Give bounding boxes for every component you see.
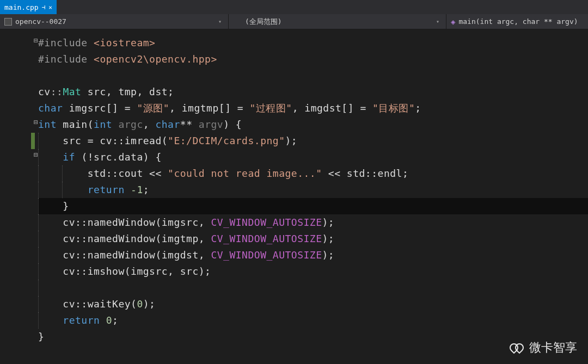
function-signature: main(int argc, char ** argv) xyxy=(458,17,578,26)
chevron-down-icon: ▾ xyxy=(218,18,224,24)
project-dropdown[interactable]: opencv--0027 ▾ xyxy=(0,14,229,29)
function-dropdown[interactable]: ◈ main(int argc, char ** argv) xyxy=(446,14,588,29)
fold-icon[interactable] xyxy=(34,36,38,45)
fold-icon[interactable] xyxy=(34,151,38,159)
scope-label: (全局范围) xyxy=(245,17,282,27)
pin-icon[interactable]: ⊣ xyxy=(42,4,46,11)
watermark: 微卡智享 xyxy=(510,340,577,356)
code-area[interactable]: #include <iostream> #include <opencv2\op… xyxy=(38,29,588,364)
close-icon[interactable]: ✕ xyxy=(48,4,52,11)
code-editor[interactable]: #include <iostream> #include <opencv2\op… xyxy=(0,29,588,364)
tab-bar: main.cpp ⊣ ✕ xyxy=(0,0,588,14)
project-icon xyxy=(4,18,12,26)
project-name: opencv--0027 xyxy=(15,17,66,26)
tab-filename: main.cpp xyxy=(4,3,39,11)
fold-icon[interactable] xyxy=(34,118,38,126)
wechat-icon xyxy=(510,342,524,354)
scope-dropdown[interactable]: (全局范围) ▾ xyxy=(229,14,446,29)
editor-margin[interactable] xyxy=(0,29,38,364)
navigation-bar: opencv--0027 ▾ (全局范围) ▾ ◈ main(int argc,… xyxy=(0,14,588,29)
file-tab-main-cpp[interactable]: main.cpp ⊣ ✕ xyxy=(0,0,57,14)
method-icon: ◈ xyxy=(451,17,455,26)
chevron-down-icon: ▾ xyxy=(436,18,442,24)
change-indicator xyxy=(31,133,35,149)
watermark-text: 微卡智享 xyxy=(529,340,577,356)
